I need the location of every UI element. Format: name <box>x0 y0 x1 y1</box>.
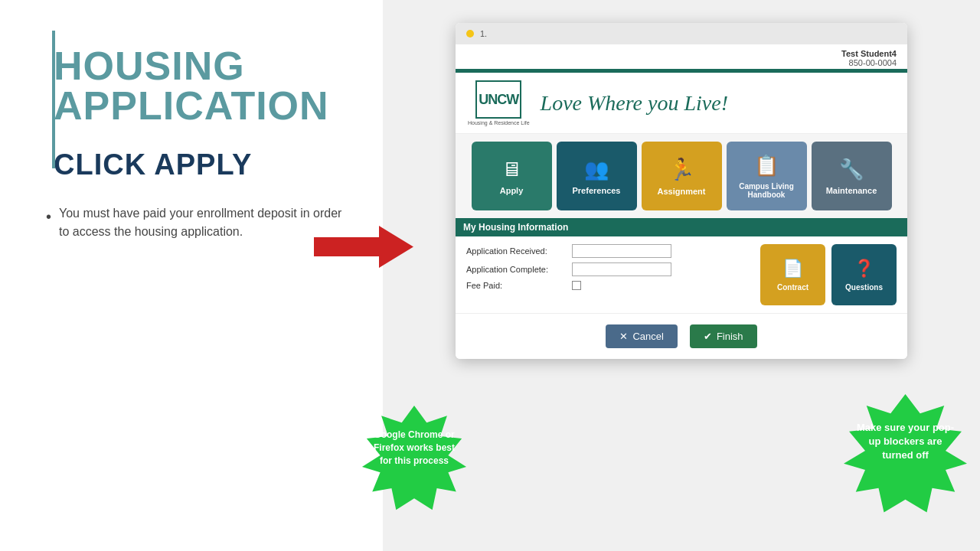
starburst-left-container: Google Chrome or Firefox works best for … <box>358 406 471 519</box>
page-number: 1. <box>480 29 487 38</box>
starburst-left-text: Google Chrome or Firefox works best for … <box>358 406 471 490</box>
housing-info-bar: My Housing Information <box>456 218 907 236</box>
tile-contract[interactable]: 📄 Contract <box>760 244 825 305</box>
apply-label: Apply <box>500 186 524 195</box>
housing-title: HOUSING APPLICATION <box>54 46 352 126</box>
contract-icon: 📄 <box>782 259 803 279</box>
fee-paid-checkbox[interactable] <box>572 281 581 290</box>
cancel-label: Cancel <box>632 331 663 342</box>
logo-box: UNCW <box>475 80 521 119</box>
tile-assignment[interactable]: 🏃 Assignment <box>642 142 722 210</box>
red-arrow-icon <box>314 226 413 268</box>
questions-label: Questions <box>845 283 883 292</box>
housing-info-body: Application Received: Application Comple… <box>456 236 907 313</box>
tile-apply[interactable]: 🖥 Apply <box>472 142 552 210</box>
housing-fields: Application Received: Application Comple… <box>466 244 753 305</box>
user-name: Test Student4 <box>466 49 897 58</box>
fee-paid-label: Fee Paid: <box>466 281 566 290</box>
starburst-right-container: Make sure your pop-up blockers are turne… <box>838 394 972 523</box>
bullet-content: You must have paid your enrollment depos… <box>59 204 352 241</box>
side-tiles: 📄 Contract ❓ Questions <box>760 244 897 305</box>
browser-dot <box>466 30 474 37</box>
campus-living-label: Campus Living Handbook <box>727 182 807 199</box>
finish-check-icon: ✔ <box>704 331 712 342</box>
page-wrapper: HOUSING APPLICATION CLICK APPLY • You mu… <box>0 0 980 551</box>
assignment-icon: 🏃 <box>668 157 695 182</box>
bottom-bar: ✕ Cancel ✔ Finish <box>456 313 907 359</box>
left-panel: HOUSING APPLICATION CLICK APPLY • You mu… <box>0 0 383 551</box>
cancel-button[interactable]: ✕ Cancel <box>606 324 677 348</box>
fee-paid-row: Fee Paid: <box>466 281 753 290</box>
field-input-received[interactable] <box>572 244 671 258</box>
preferences-icon: 👥 <box>584 158 609 181</box>
browser-window: 1. Test Student4 850-00-0004 UNCW Housin… <box>456 23 907 359</box>
questions-icon: ❓ <box>854 259 874 279</box>
browser-bar: 1. <box>456 23 907 44</box>
apply-icon: 🖥 <box>501 158 521 181</box>
field-row-received: Application Received: <box>466 244 753 258</box>
nav-tiles: 🖥 Apply 👥 Preferences 🏃 Assignment 📋 Cam… <box>456 134 907 218</box>
logo-area: UNCW Housing & Residence Life <box>468 80 530 126</box>
field-row-complete: Application Complete: <box>466 262 753 276</box>
tile-campus-living[interactable]: 📋 Campus Living Handbook <box>727 142 807 210</box>
campus-living-icon: 📋 <box>754 154 779 178</box>
cancel-x-icon: ✕ <box>619 331 628 342</box>
banner-slogan: Love Where you Live! <box>541 91 728 116</box>
bullet-text: • You must have paid your enrollment dep… <box>46 204 352 241</box>
field-label-received: Application Received: <box>466 246 566 256</box>
arrow-container <box>314 226 417 268</box>
maintenance-label: Maintenance <box>826 186 877 195</box>
contract-label: Contract <box>777 283 808 292</box>
banner: UNCW Housing & Residence Life Love Where… <box>456 73 907 134</box>
starburst-right-text: Make sure your pop-up blockers are turne… <box>838 394 972 490</box>
maintenance-icon: 🔧 <box>839 158 864 181</box>
preferences-label: Preferences <box>573 186 621 195</box>
finish-label: Finish <box>717 331 743 342</box>
finish-button[interactable]: ✔ Finish <box>690 324 757 348</box>
field-input-complete[interactable] <box>572 262 671 276</box>
user-id: 850-00-0004 <box>466 58 897 67</box>
user-info: Test Student4 850-00-0004 <box>456 44 907 69</box>
tile-preferences[interactable]: 👥 Preferences <box>557 142 637 210</box>
tile-questions[interactable]: ❓ Questions <box>831 244 897 305</box>
assignment-label: Assignment <box>658 187 706 196</box>
tile-maintenance[interactable]: 🔧 Maintenance <box>812 142 892 210</box>
logo-sub: Housing & Residence Life <box>468 120 530 126</box>
decorative-border <box>52 31 55 168</box>
bullet-dot: • <box>46 205 51 228</box>
svg-marker-0 <box>314 226 413 268</box>
click-apply-heading: CLICK APPLY <box>54 148 352 181</box>
field-label-complete: Application Complete: <box>466 265 566 274</box>
